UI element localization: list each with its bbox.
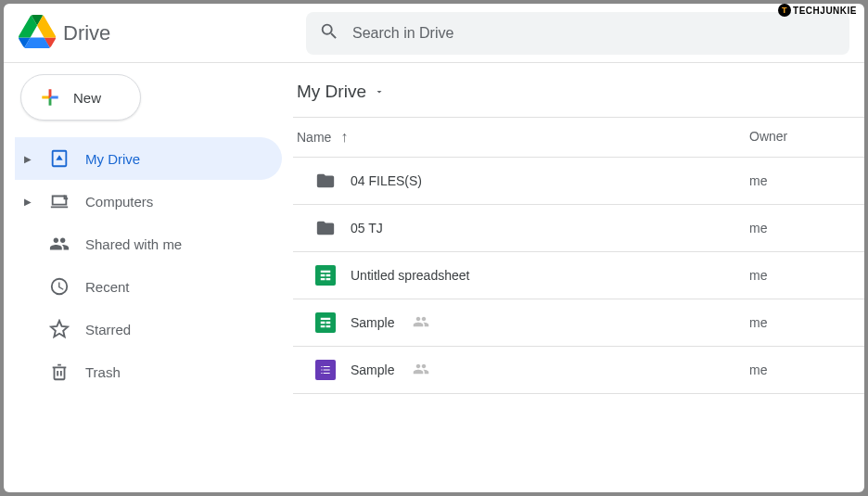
- new-button[interactable]: New: [20, 74, 141, 121]
- sidebar-item-mydrive[interactable]: ▶ My Drive: [15, 137, 282, 180]
- shared-indicator-icon: [409, 361, 429, 380]
- sort-arrow-up-icon[interactable]: ↑: [340, 129, 348, 146]
- watermark-icon: T: [778, 4, 791, 17]
- watermark-text: TECHJUNKIE: [793, 6, 857, 16]
- breadcrumb-label: My Drive: [297, 82, 366, 102]
- sidebar-item-label: My Drive: [85, 151, 282, 167]
- file-name: 05 TJ: [351, 221, 383, 235]
- file-owner: me: [749, 315, 861, 330]
- computers-icon: [48, 191, 70, 211]
- sidebar-item-shared[interactable]: ▶ Shared with me: [15, 223, 282, 265]
- sidebar-item-trash[interactable]: ▶ Trash: [15, 350, 282, 393]
- folder-icon: [315, 171, 336, 191]
- chevron-down-icon: [374, 82, 385, 102]
- sidebar-item-recent[interactable]: ▶ Recent: [15, 265, 282, 308]
- column-owner-header[interactable]: Owner: [749, 129, 861, 146]
- sidebar-item-label: Shared with me: [85, 236, 282, 252]
- file-owner: me: [749, 173, 861, 188]
- search-bar[interactable]: [306, 12, 849, 55]
- file-list: 04 FILES(S) me 05 TJ me Untitled spreads…: [293, 158, 864, 394]
- new-button-label: New: [73, 90, 101, 106]
- sheet-icon: [315, 265, 336, 286]
- file-name: 04 FILES(S): [351, 173, 422, 188]
- file-row[interactable]: 05 TJ me: [293, 205, 864, 252]
- folder-icon: [315, 218, 336, 238]
- logo-area[interactable]: Drive: [19, 13, 306, 54]
- plus-icon: [38, 85, 62, 109]
- sidebar-item-label: Computers: [85, 194, 282, 210]
- star-icon: [48, 319, 70, 339]
- file-row[interactable]: Sample me: [293, 347, 864, 394]
- sidebar: New ▶ My Drive ▶ Computers: [4, 63, 282, 492]
- file-name: Sample: [351, 315, 394, 330]
- file-name: Untitled spreadsheet: [351, 268, 469, 283]
- file-row[interactable]: Untitled spreadsheet me: [293, 252, 864, 299]
- breadcrumb[interactable]: My Drive: [293, 74, 864, 118]
- sidebar-item-label: Trash: [85, 364, 282, 380]
- file-owner: me: [749, 221, 861, 235]
- app-header: Drive: [4, 4, 864, 63]
- app-name: Drive: [63, 21, 110, 45]
- drive-icon: [48, 148, 70, 169]
- sidebar-item-computers[interactable]: ▶ Computers: [15, 180, 282, 223]
- drive-logo-icon: [19, 13, 56, 54]
- caret-icon[interactable]: ▶: [22, 197, 33, 207]
- file-owner: me: [749, 268, 861, 283]
- file-name: Sample: [351, 362, 394, 377]
- watermark: T TECHJUNKIE: [778, 4, 857, 17]
- search-input[interactable]: [352, 25, 836, 42]
- column-name-label: Name: [297, 130, 331, 145]
- sheet-icon: [315, 312, 336, 333]
- column-name-header[interactable]: Name ↑: [297, 129, 749, 146]
- sidebar-item-label: Starred: [85, 322, 282, 337]
- sidebar-item-starred[interactable]: ▶ Starred: [15, 308, 282, 350]
- file-owner: me: [749, 362, 861, 377]
- sidebar-item-label: Recent: [85, 279, 282, 295]
- nav-list: ▶ My Drive ▶ Computers ▶: [15, 137, 282, 393]
- form-icon: [315, 360, 336, 380]
- search-icon: [319, 21, 339, 45]
- file-row[interactable]: Sample me: [293, 299, 864, 347]
- main-content: My Drive Name ↑ Owner 04 FILES(S) me: [282, 63, 864, 492]
- column-owner-label: Owner: [749, 129, 787, 144]
- file-row[interactable]: 04 FILES(S) me: [293, 158, 864, 205]
- column-headers: Name ↑ Owner: [293, 118, 864, 158]
- trash-icon: [48, 362, 70, 382]
- shared-icon: [48, 234, 70, 254]
- shared-indicator-icon: [409, 313, 429, 333]
- caret-icon[interactable]: ▶: [22, 154, 33, 164]
- clock-icon: [48, 276, 70, 297]
